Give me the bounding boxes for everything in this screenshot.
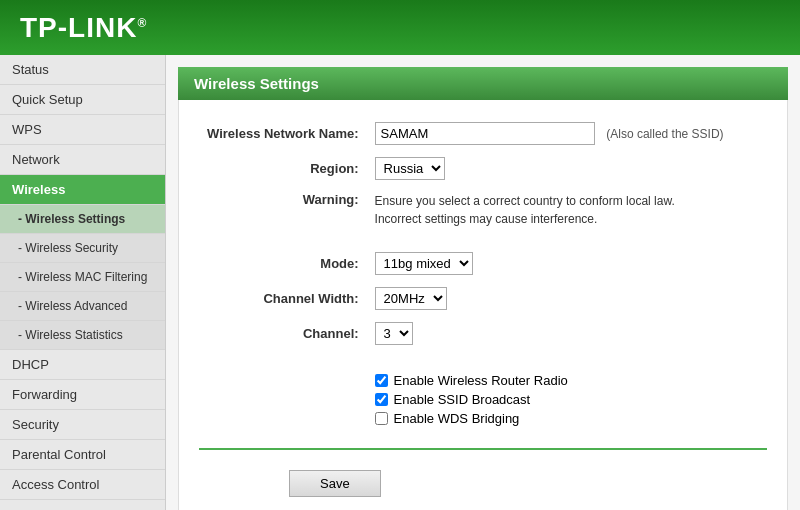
sidebar-item-wireless-security[interactable]: - Wireless Security	[0, 234, 165, 263]
mode-row: Mode: 11bg mixed	[199, 246, 767, 281]
network-name-row: Wireless Network Name: (Also called the …	[199, 116, 767, 151]
logo-tm: ®	[137, 15, 147, 29]
region-label: Region:	[199, 151, 367, 186]
sidebar-item-wireless-mac[interactable]: - Wireless MAC Filtering	[0, 263, 165, 292]
mode-label: Mode:	[199, 246, 367, 281]
sidebar-item-routing[interactable]: Advanced Routing	[0, 500, 165, 510]
checkboxes-cell: Enable Wireless Router Radio Enable SSID…	[367, 363, 767, 436]
warning-text-cell: Ensure you select a correct country to c…	[367, 186, 767, 234]
region-value-cell: Russia	[367, 151, 767, 186]
channel-width-row: Channel Width: 20MHz	[199, 281, 767, 316]
cb3-enable-wds[interactable]	[375, 412, 388, 425]
network-name-value-cell: (Also called the SSID)	[367, 116, 767, 151]
ssid-input[interactable]	[375, 122, 595, 145]
channel-label: Channel:	[199, 316, 367, 351]
channel-value-cell: 3	[367, 316, 767, 351]
sidebar-item-status[interactable]: Status	[0, 55, 165, 85]
channel-width-select[interactable]: 20MHz	[375, 287, 447, 310]
checkboxes-row: Enable Wireless Router Radio Enable SSID…	[199, 363, 767, 436]
region-row: Region: Russia	[199, 151, 767, 186]
region-select[interactable]: Russia	[375, 157, 445, 180]
main-content: Wireless Settings Wireless Network Name:…	[166, 55, 800, 510]
page-title: Wireless Settings	[194, 75, 319, 92]
sidebar-item-wireless-settings[interactable]: - Wireless Settings	[0, 205, 165, 234]
warning-text: Ensure you select a correct country to c…	[375, 192, 759, 228]
sidebar-item-network[interactable]: Network	[0, 145, 165, 175]
cb1-enable-radio[interactable]	[375, 374, 388, 387]
settings-form: Wireless Network Name: (Also called the …	[199, 116, 767, 436]
mode-select[interactable]: 11bg mixed	[375, 252, 473, 275]
sidebar-item-security[interactable]: Security	[0, 410, 165, 440]
sidebar-item-wireless-advanced[interactable]: - Wireless Advanced	[0, 292, 165, 321]
cb2-row: Enable SSID Broadcast	[375, 392, 759, 407]
warning-row: Warning: Ensure you select a correct cou…	[199, 186, 767, 234]
sidebar-item-wireless[interactable]: Wireless	[0, 175, 165, 205]
logo-text: TP-LINK	[20, 12, 137, 43]
header: TP-LINK®	[0, 0, 800, 55]
logo: TP-LINK®	[20, 12, 147, 44]
sidebar: StatusQuick SetupWPSNetworkWireless- Wir…	[0, 55, 166, 510]
sidebar-item-quick-setup[interactable]: Quick Setup	[0, 85, 165, 115]
cb2-enable-ssid[interactable]	[375, 393, 388, 406]
sidebar-item-forwarding[interactable]: Forwarding	[0, 380, 165, 410]
channel-width-value-cell: 20MHz	[367, 281, 767, 316]
cb3-row: Enable WDS Bridging	[375, 411, 759, 426]
page-title-bar: Wireless Settings	[178, 67, 788, 100]
channel-row: Channel: 3	[199, 316, 767, 351]
sidebar-item-wireless-stats[interactable]: - Wireless Statistics	[0, 321, 165, 350]
channel-width-label: Channel Width:	[199, 281, 367, 316]
save-button[interactable]: Save	[289, 470, 381, 497]
channel-select[interactable]: 3	[375, 322, 413, 345]
warning-label: Warning:	[199, 186, 367, 234]
network-name-label: Wireless Network Name:	[199, 116, 367, 151]
mode-value-cell: 11bg mixed	[367, 246, 767, 281]
cb1-row: Enable Wireless Router Radio	[375, 373, 759, 388]
cb1-label: Enable Wireless Router Radio	[394, 373, 568, 388]
cb3-label: Enable WDS Bridging	[394, 411, 520, 426]
sidebar-item-access[interactable]: Access Control	[0, 470, 165, 500]
sidebar-item-parental[interactable]: Parental Control	[0, 440, 165, 470]
content-area: Wireless Network Name: (Also called the …	[178, 100, 788, 510]
sidebar-item-dhcp[interactable]: DHCP	[0, 350, 165, 380]
checkboxes-label-empty	[199, 363, 367, 436]
cb2-label: Enable SSID Broadcast	[394, 392, 531, 407]
divider	[199, 448, 767, 450]
ssid-note: (Also called the SSID)	[606, 127, 723, 141]
sidebar-item-wps[interactable]: WPS	[0, 115, 165, 145]
